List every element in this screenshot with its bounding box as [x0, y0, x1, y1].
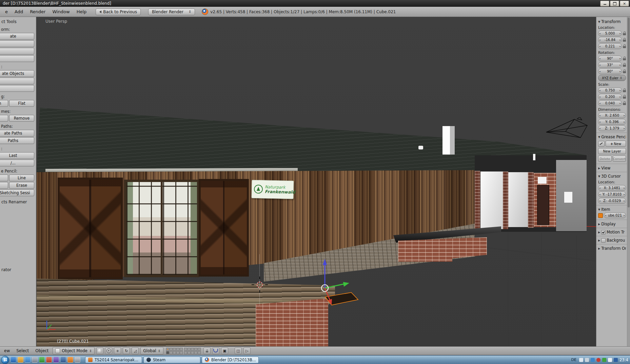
- lock-icon[interactable]: [623, 38, 626, 42]
- gp-convert-button[interactable]: Convert: [613, 156, 626, 162]
- menu-object[interactable]: Object: [33, 348, 51, 353]
- scrollbar-thumb[interactable]: [628, 18, 630, 207]
- calculate-paths-button[interactable]: ate Paths: [0, 130, 34, 137]
- shade-smooth-button[interactable]: h: [0, 100, 8, 107]
- lock-icon[interactable]: [623, 32, 626, 35]
- panel-header-generator[interactable]: rator: [0, 266, 36, 274]
- display-panel-header[interactable]: Display: [598, 222, 626, 226]
- menu-add[interactable]: Add: [12, 8, 25, 15]
- tray-icon[interactable]: [614, 358, 618, 362]
- cursor-z-field[interactable]: Z: -0.0329: [598, 198, 626, 204]
- layer-cell[interactable]: [176, 351, 179, 354]
- layer-cell[interactable]: [166, 348, 169, 351]
- grease-pencil-panel-header[interactable]: Grease Penci: [598, 135, 626, 139]
- rotate-button[interactable]: [0, 40, 34, 47]
- gp-erase-button[interactable]: Erase: [9, 182, 34, 189]
- motion-tracking-checkbox[interactable]: [601, 230, 606, 235]
- opengl-render-button[interactable]: ◫: [235, 347, 242, 354]
- menu-help[interactable]: Help: [74, 8, 89, 15]
- quicklaunch-icon[interactable]: [32, 357, 38, 363]
- remove-keyframe-button[interactable]: Remove: [9, 115, 34, 122]
- dimension-x-field[interactable]: X: 2.650: [598, 113, 626, 118]
- lock-icon[interactable]: [623, 44, 626, 48]
- manipulator-scale-toggle[interactable]: ◿: [132, 347, 139, 354]
- insert-keyframe-button[interactable]: [0, 115, 8, 122]
- sketching-sessions-toggle[interactable]: e Sketching Sessi: [0, 189, 34, 196]
- scale-z-field[interactable]: 0.040: [598, 100, 622, 106]
- taskbar-button-blender[interactable]: Blender [D:\TS2013B...: [202, 357, 259, 363]
- layer-cell[interactable]: [184, 351, 187, 354]
- shade-flat-button[interactable]: Flat: [9, 100, 34, 107]
- scale-y-field[interactable]: 0.200: [598, 94, 622, 100]
- rotation-z-field[interactable]: 90°: [598, 68, 622, 74]
- rotation-x-field[interactable]: 90°: [598, 56, 622, 61]
- menu-file[interactable]: e: [3, 8, 10, 15]
- tray-icon[interactable]: [579, 358, 583, 362]
- quicklaunch-icon[interactable]: [67, 357, 73, 363]
- duplicate-objects-button[interactable]: ate Objects: [0, 70, 34, 77]
- location-y-field[interactable]: -16.84: [598, 37, 622, 43]
- background-images-checkbox[interactable]: [601, 238, 606, 243]
- layer-cell[interactable]: [188, 348, 191, 351]
- gp-delete-button[interactable]: Delete: [598, 156, 612, 162]
- menu-window[interactable]: Window: [50, 8, 72, 15]
- minimize-button[interactable]: [600, 1, 609, 6]
- layer-cell[interactable]: [194, 348, 197, 351]
- snap-toggle[interactable]: [212, 347, 219, 354]
- background-images-panel-header[interactable]: Backgrou: [598, 238, 626, 243]
- layer-cell[interactable]: [173, 351, 176, 354]
- taskbar-button-ts2014[interactable]: TS2014 Szenariopak...: [85, 357, 142, 363]
- tray-icon[interactable]: [591, 358, 595, 362]
- 3d-scene[interactable]: Naturpark Frankenwald: [37, 17, 630, 346]
- pencil-icon[interactable]: [598, 141, 605, 147]
- scale-x-field[interactable]: 0.750: [598, 87, 622, 93]
- dimension-z-field[interactable]: Z: 1.379: [598, 125, 626, 131]
- layer-cell[interactable]: [180, 351, 183, 354]
- maximize-button[interactable]: [610, 1, 619, 6]
- layer-cell[interactable]: [188, 351, 191, 354]
- view-panel-header[interactable]: View: [598, 166, 626, 170]
- lock-icon[interactable]: [623, 69, 626, 73]
- transform-gizmo[interactable]: [297, 254, 359, 306]
- translate-button[interactable]: ate: [0, 33, 34, 40]
- object-name-field[interactable]: ube.021: [604, 213, 626, 218]
- menu-render[interactable]: Render: [27, 8, 48, 15]
- rotation-y-field[interactable]: 33°: [598, 62, 622, 68]
- dimension-y-field[interactable]: Y: 0.396: [598, 119, 626, 125]
- location-x-field[interactable]: 5.000: [598, 31, 622, 36]
- rotation-mode-select[interactable]: XYZ Euler: [598, 75, 626, 81]
- quicklaunch-icon[interactable]: [25, 357, 31, 363]
- snap-element-select[interactable]: ▣: [221, 347, 228, 354]
- layer-cell[interactable]: [198, 348, 201, 351]
- gp-line-button[interactable]: Line: [9, 175, 34, 181]
- transform-panel-header[interactable]: Transform: [598, 19, 626, 24]
- layer-cell[interactable]: [191, 351, 194, 354]
- viewport-shading-select[interactable]: [96, 347, 103, 354]
- lock-icon[interactable]: [623, 88, 626, 92]
- tray-icon[interactable]: [585, 358, 589, 362]
- layer-cell[interactable]: [173, 348, 176, 351]
- clear-paths-button[interactable]: Paths: [0, 137, 34, 144]
- layer-cell[interactable]: [198, 351, 201, 354]
- render-engine-select[interactable]: Blender Render: [148, 8, 195, 15]
- join-button[interactable]: [0, 85, 34, 92]
- gp-new-button[interactable]: New: [606, 141, 626, 147]
- gp-new-layer-button[interactable]: New Layer: [598, 148, 626, 154]
- location-z-field[interactable]: 0.221: [598, 43, 622, 49]
- quicklaunch-icon[interactable]: [11, 357, 16, 363]
- panel-header-objects-renamer[interactable]: cts Renamer: [0, 198, 36, 206]
- gp-draw-button[interactable]: [0, 175, 8, 181]
- panel-header-object-tools[interactable]: ct Tools: [0, 18, 36, 25]
- mode-select[interactable]: Object Mode: [53, 347, 95, 355]
- cursor-x-field[interactable]: X: 3.1481: [598, 185, 626, 191]
- layer-cell[interactable]: [180, 348, 183, 351]
- quicklaunch-icon[interactable]: [53, 357, 59, 363]
- lock-icon[interactable]: [623, 57, 626, 60]
- taskbar-clock[interactable]: 23:4: [619, 358, 628, 362]
- back-to-previous-button[interactable]: Back to Previous: [96, 8, 141, 15]
- language-indicator[interactable]: DE: [570, 358, 577, 362]
- layer-cell[interactable]: [194, 351, 197, 354]
- delete-button[interactable]: [0, 78, 34, 84]
- lock-to-scene-toggle[interactable]: [203, 347, 211, 354]
- layer-cell[interactable]: [170, 348, 173, 351]
